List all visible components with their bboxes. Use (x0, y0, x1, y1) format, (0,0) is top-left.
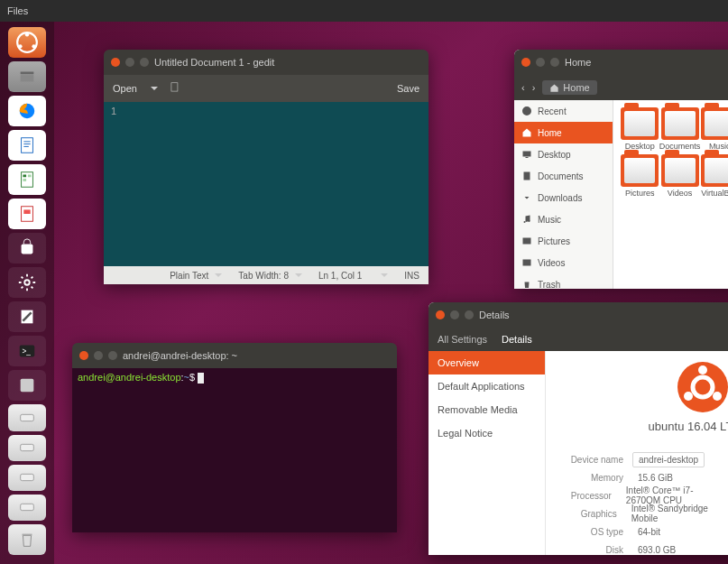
breadcrumb[interactable]: Home (542, 80, 596, 95)
maximize-icon[interactable] (465, 310, 474, 319)
home-icon (521, 127, 532, 138)
details-window[interactable]: Details All Settings Details OverviewDef… (429, 302, 728, 555)
folder-music[interactable]: Music (700, 107, 728, 151)
svg-rect-8 (23, 142, 30, 143)
software-center-icon[interactable] (8, 233, 46, 264)
minimize-icon[interactable] (450, 310, 459, 319)
open-button[interactable]: Open (113, 83, 137, 94)
sidebar-item-home[interactable]: Home (514, 122, 613, 143)
syntax-selector[interactable]: Plain Text (170, 271, 222, 281)
svg-rect-13 (28, 175, 32, 178)
folder-desktop[interactable]: Desktop (621, 107, 659, 151)
documents-icon (521, 171, 532, 181)
back-button[interactable]: ‹ (521, 82, 525, 93)
desktop-icon (521, 149, 532, 160)
folder-virtualbox[interactable]: VirtualBox (700, 154, 728, 198)
sidebar-item-desktop[interactable]: Desktop (514, 143, 613, 165)
downloads-icon (521, 192, 532, 203)
details-side-default-applications[interactable]: Default Applications (429, 374, 545, 398)
close-icon[interactable] (79, 351, 88, 360)
settings-gear-icon[interactable] (8, 267, 46, 298)
terminal-title: andrei@andrei-desktop: ~ (123, 350, 237, 361)
pictures-icon (521, 236, 532, 246)
svg-point-3 (18, 44, 22, 48)
libre-impress-icon[interactable] (8, 199, 46, 229)
svg-rect-25 (21, 475, 34, 481)
minimize-icon[interactable] (125, 58, 134, 67)
save-button[interactable]: Save (397, 83, 419, 94)
sidebar-item-trash[interactable]: Trash (514, 273, 613, 289)
details-tab[interactable]: Details (502, 334, 532, 345)
info-row-device-name: Device nameandrei-desktop (560, 450, 728, 468)
chevron-down-icon[interactable] (381, 273, 388, 281)
sidebar-item-label: Downloads (538, 193, 582, 203)
gedit-window[interactable]: Untitled Document 1 - gedit Open Save 1 … (104, 50, 429, 284)
terminal-titlebar[interactable]: andrei@andrei-desktop: ~ (72, 343, 397, 368)
maximize-icon[interactable] (140, 58, 149, 67)
files-window[interactable]: Home ‹ › Home RecentHomeDesktopDocuments… (514, 50, 728, 289)
terminal-launcher-icon[interactable]: >_ (8, 336, 46, 366)
maximize-icon[interactable] (550, 58, 559, 67)
sidebar-item-recent[interactable]: Recent (514, 100, 613, 122)
sidebar-item-label: Trash (538, 280, 560, 290)
sidebar-item-music[interactable]: Music (514, 208, 613, 230)
close-icon[interactable] (521, 58, 530, 67)
trash-icon[interactable] (8, 524, 46, 555)
details-side-removable-media[interactable]: Removable Media (429, 398, 545, 421)
all-settings-button[interactable]: All Settings (438, 334, 487, 345)
close-icon[interactable] (111, 58, 120, 67)
sidebar-item-videos[interactable]: Videos (514, 252, 613, 273)
sidebar-item-downloads[interactable]: Downloads (514, 187, 613, 208)
svg-rect-34 (523, 238, 531, 245)
dash-icon[interactable] (8, 27, 46, 58)
details-side-legal-notice[interactable]: Legal Notice (429, 421, 545, 445)
files-titlebar[interactable]: Home (514, 50, 728, 75)
sidebar-item-label: Home (538, 128, 562, 138)
info-value[interactable]: andrei-desktop (632, 452, 705, 467)
libre-calc-icon[interactable] (8, 164, 46, 195)
nautilus-icon[interactable] (8, 61, 46, 92)
gedit-toolbar: Open Save (104, 75, 429, 102)
maximize-icon[interactable] (108, 351, 117, 360)
sidebar-item-documents[interactable]: Documents (514, 165, 613, 187)
libre-writer-icon[interactable] (8, 130, 46, 161)
sidebar-item-label: Pictures (538, 236, 570, 246)
folder-label: VirtualBox (701, 189, 728, 198)
details-titlebar[interactable]: Details (429, 302, 728, 328)
svg-rect-28 (171, 83, 178, 91)
terminal-body[interactable]: andrei@andrei-desktop:~$ (72, 368, 397, 532)
forward-button[interactable]: › (532, 82, 536, 93)
chevron-down-icon (295, 273, 302, 281)
close-icon[interactable] (436, 310, 445, 319)
svg-point-45 (684, 392, 693, 401)
svg-point-2 (32, 44, 35, 48)
new-doc-icon[interactable] (169, 81, 181, 96)
gedit-launcher-icon[interactable] (8, 301, 46, 332)
drive-icon[interactable] (8, 404, 46, 430)
chevron-down-icon[interactable] (151, 87, 158, 94)
info-key: Disk (560, 545, 632, 555)
tabwidth-selector[interactable]: Tab Width: 8 (238, 271, 302, 281)
app-icon[interactable] (8, 370, 46, 401)
svg-point-32 (524, 221, 526, 223)
info-key: OS type (560, 527, 632, 537)
drive-icon[interactable] (8, 465, 46, 491)
sidebar-item-pictures[interactable]: Pictures (514, 230, 613, 252)
folder-documents[interactable]: Documents (659, 107, 701, 151)
sidebar-item-label: Videos (538, 258, 565, 268)
info-key: Processor (560, 491, 621, 501)
info-key: Memory (560, 473, 632, 483)
drive-icon[interactable] (8, 435, 46, 461)
firefox-icon[interactable] (8, 96, 46, 126)
gedit-title: Untitled Document 1 - gedit (154, 57, 274, 68)
folder-videos[interactable]: Videos (659, 154, 701, 198)
minimize-icon[interactable] (536, 58, 545, 67)
details-side-overview[interactable]: Overview (429, 351, 545, 374)
gedit-editor[interactable]: 1 (104, 102, 429, 266)
terminal-window[interactable]: andrei@andrei-desktop: ~ andrei@andrei-d… (72, 343, 397, 532)
minimize-icon[interactable] (94, 351, 103, 360)
drive-icon[interactable] (8, 495, 46, 521)
gedit-titlebar[interactable]: Untitled Document 1 - gedit (104, 50, 429, 75)
files-grid[interactable]: DesktopDocumentsMusicPicturesVideosVirtu… (613, 100, 728, 289)
folder-pictures[interactable]: Pictures (621, 154, 659, 198)
